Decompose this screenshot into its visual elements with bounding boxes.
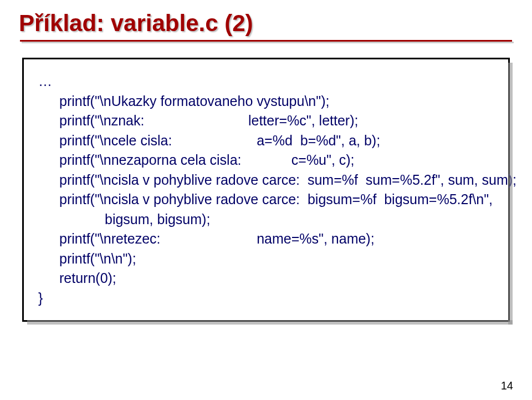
code-line: printf("\n\n"); bbox=[38, 249, 494, 269]
slide-title: Příklad: variable.c (2) bbox=[19, 10, 513, 37]
code-line: printf("\ncisla v pohyblive radove carce… bbox=[38, 190, 494, 210]
code-line: printf("\ncisla v pohyblive radove carce… bbox=[38, 170, 494, 190]
code-line: printf("\ncele cisla: a=%d b=%d", a, b); bbox=[38, 131, 494, 151]
code-line: printf("\nUkazky formatovaneho vystupu\n… bbox=[38, 92, 494, 112]
title-underline bbox=[20, 40, 512, 43]
code-line: return(0); bbox=[38, 269, 494, 288]
code-box: … printf("\nUkazky formatovaneho vystupu… bbox=[22, 58, 510, 322]
code-line: printf("\nznak: letter=%c", letter); bbox=[38, 111, 494, 131]
code-line: printf("\nnezaporna cela cisla: c=%u", c… bbox=[38, 150, 494, 170]
code-line: … bbox=[38, 72, 494, 92]
code-line: bigsum, bigsum); bbox=[38, 210, 494, 230]
code-line: printf("\nretezec: name=%s", name); bbox=[38, 229, 494, 249]
code-line: } bbox=[38, 288, 494, 308]
page-number: 14 bbox=[501, 379, 513, 392]
